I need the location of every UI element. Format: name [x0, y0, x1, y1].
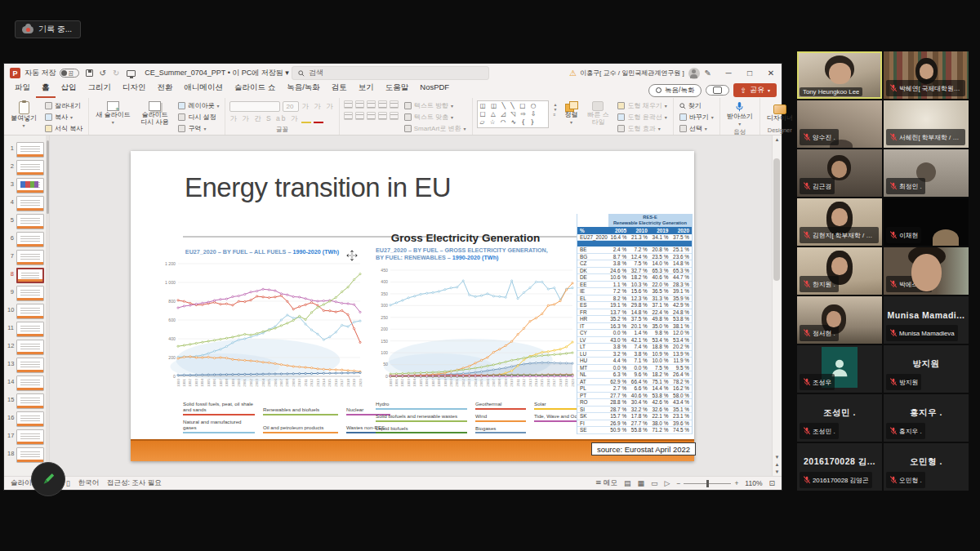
slide-thumbnail-2[interactable]: 2: [4, 160, 49, 178]
participant-tile[interactable]: 이채현: [884, 198, 969, 246]
shape-fill-button[interactable]: 도형 채우기▾: [616, 100, 668, 111]
align-right-button[interactable]: [367, 112, 376, 120]
participant-tile[interactable]: 조성민 .조성민 .: [797, 394, 882, 442]
slide[interactable]: Energy transition in EU Gross Electricit…: [131, 151, 694, 461]
shapes-gallery[interactable]: ◫ ◫ ╲ ╲ □ ○ □ △ ◿ ◹ ⇨ ⇩ ▱ ☆ ◠ ∿ { }: [477, 100, 549, 128]
bullets-button[interactable]: [344, 100, 353, 109]
slide-thumbnail-16[interactable]: 16: [4, 411, 49, 429]
cut-button[interactable]: 잘라내기: [43, 100, 84, 111]
find-button[interactable]: 찾기: [678, 100, 715, 111]
font-style-buttons[interactable]: 가 가 간 S ab 가: [229, 114, 299, 124]
menu-tab-3[interactable]: 삽입: [56, 81, 82, 98]
menu-tab-2[interactable]: 홈: [36, 81, 56, 98]
menu-tab-10[interactable]: 검토: [326, 81, 353, 98]
minimize-button[interactable]: ─: [718, 64, 739, 82]
notes-button[interactable]: ≡ 메모: [595, 478, 617, 488]
slide-thumbnail-10[interactable]: 10: [4, 304, 49, 322]
menu-tab-5[interactable]: 디자인: [117, 81, 152, 98]
columns-button[interactable]: [390, 112, 399, 120]
fit-slide-icon[interactable]: ⊡: [768, 479, 775, 487]
menu-tab-4[interactable]: 그리기: [82, 81, 118, 98]
menu-tab-11[interactable]: 보기: [353, 81, 380, 98]
paste-button[interactable]: 붙여넣기▾: [8, 100, 39, 129]
record-button[interactable]: 녹음/녹화: [648, 84, 702, 97]
slide-thumbnail-1[interactable]: 1: [4, 142, 49, 160]
select-button[interactable]: 선택▾: [678, 123, 715, 134]
participant-tile[interactable]: 양수진 .: [797, 100, 882, 148]
slide-thumbnail-7[interactable]: 7: [4, 250, 49, 268]
align-left-button[interactable]: [344, 112, 353, 120]
redo-icon[interactable]: ↻: [113, 69, 119, 78]
menu-tab-12[interactable]: 도움말: [380, 81, 415, 98]
slide-thumbnail-17[interactable]: 17: [4, 429, 49, 447]
comments-button[interactable]: [706, 85, 729, 96]
text-direction-button[interactable]: 텍스트 방향▾: [403, 100, 468, 111]
participant-tile[interactable]: 김근경: [797, 149, 882, 197]
font-name-select[interactable]: [229, 101, 280, 112]
participant-tile[interactable]: 정서현 .: [797, 296, 882, 344]
arrange-button[interactable]: 정렬▾: [562, 100, 580, 126]
language-label[interactable]: 한국어: [78, 478, 100, 488]
font-color-button[interactable]: [314, 115, 323, 123]
zoom-slider[interactable]: −+: [676, 479, 738, 487]
next-slide-button[interactable]: ▼: [775, 469, 780, 474]
line-spacing-button[interactable]: [390, 100, 399, 109]
participant-tile[interactable]: 오민형 .오민형 .: [884, 443, 969, 491]
reset-button[interactable]: 다시 설정: [176, 112, 220, 122]
slideshow-icon[interactable]: ▷: [664, 479, 670, 487]
replace-button[interactable]: 바꾸기▾: [678, 112, 715, 122]
participant-tile[interactable]: 박혜연[ 국제대학원석...: [884, 51, 969, 99]
format-painter-button[interactable]: 서식 복사: [43, 123, 84, 134]
numbering-button[interactable]: [355, 100, 364, 109]
participant-tile[interactable]: 홍지우 .홍지우 .: [884, 394, 969, 442]
layout-button[interactable]: 레이아웃▾: [176, 100, 220, 111]
accessibility-status[interactable]: 접근성: 조사 필요: [107, 478, 162, 488]
decrease-indent-button[interactable]: [367, 100, 376, 109]
section-button[interactable]: 구역▾: [176, 123, 220, 134]
previous-slide-button[interactable]: ▲: [775, 462, 780, 467]
save-icon[interactable]: [86, 69, 93, 77]
slide-thumbnail-12[interactable]: 12: [4, 340, 49, 358]
menu-tab-8[interactable]: 슬라이드 쇼: [229, 81, 281, 98]
maximize-button[interactable]: □: [739, 64, 760, 82]
quick-styles-button[interactable]: 빠른 스타일: [584, 100, 612, 127]
participant-tile[interactable]: 김현지[ 학부재학 / 국...: [797, 198, 882, 246]
menu-tab-13[interactable]: NosPDF: [414, 81, 455, 98]
participant-tile[interactable]: 서혜린[ 학부재학 / 국...: [884, 100, 969, 148]
annotate-button[interactable]: [31, 462, 65, 496]
autosave-toggle[interactable]: 끔: [60, 69, 79, 78]
menu-tab-9[interactable]: 녹음/녹화: [281, 81, 326, 98]
menu-tab-1[interactable]: 파일: [9, 81, 36, 98]
scrollbar-thumb[interactable]: [773, 158, 780, 281]
smartart-button[interactable]: SmartArt로 변환▾: [403, 123, 468, 134]
slide-thumbnail-14[interactable]: 14: [4, 375, 49, 393]
normal-view-icon[interactable]: ▤: [624, 479, 631, 487]
slide-thumbnail-15[interactable]: 15: [4, 393, 49, 411]
align-text-button[interactable]: 텍스트 맞춤▾: [403, 112, 468, 122]
canvas-scrollbar[interactable]: ▲ ▼▲▼: [772, 136, 782, 476]
reuse-slides-button[interactable]: 슬라이드 다시 사용: [136, 100, 172, 127]
slide-thumbnail-3[interactable]: 3: [4, 178, 49, 196]
new-slide-button[interactable]: 새 슬라이드▾: [93, 100, 132, 126]
increase-indent-button[interactable]: [378, 100, 387, 109]
slide-thumbnail-9[interactable]: 9: [4, 286, 49, 304]
menu-tab-6[interactable]: 전환: [152, 81, 179, 98]
highlight-color-button[interactable]: [301, 115, 311, 123]
shape-outline-button[interactable]: 도형 윤곽선▾: [616, 112, 668, 122]
shape-effects-button[interactable]: 도형 효과▾: [616, 123, 668, 134]
slide-thumbnail-13[interactable]: 13: [4, 358, 49, 375]
copy-button[interactable]: 복사▾: [43, 112, 84, 122]
participant-tile[interactable]: Munisa Mamadi...Munisa Mamadieva: [884, 296, 969, 344]
pen-icon[interactable]: ✎: [705, 69, 711, 78]
participant-tile[interactable]: 방지원방지원: [884, 345, 969, 393]
undo-icon[interactable]: ↺: [100, 69, 106, 78]
display-icon[interactable]: [127, 70, 136, 77]
slide-thumbnail-11[interactable]: 11: [4, 322, 49, 340]
align-center-button[interactable]: [355, 112, 364, 120]
participant-tile[interactable]: 한지원 .: [797, 247, 882, 295]
reading-view-icon[interactable]: ▭: [651, 479, 658, 487]
slide-sorter-icon[interactable]: ▦: [637, 479, 644, 487]
participant-tile[interactable]: 조성우: [797, 345, 882, 393]
slide-thumbnail-5[interactable]: 5: [4, 214, 49, 232]
slide-thumbnail-4[interactable]: 4: [4, 196, 49, 214]
